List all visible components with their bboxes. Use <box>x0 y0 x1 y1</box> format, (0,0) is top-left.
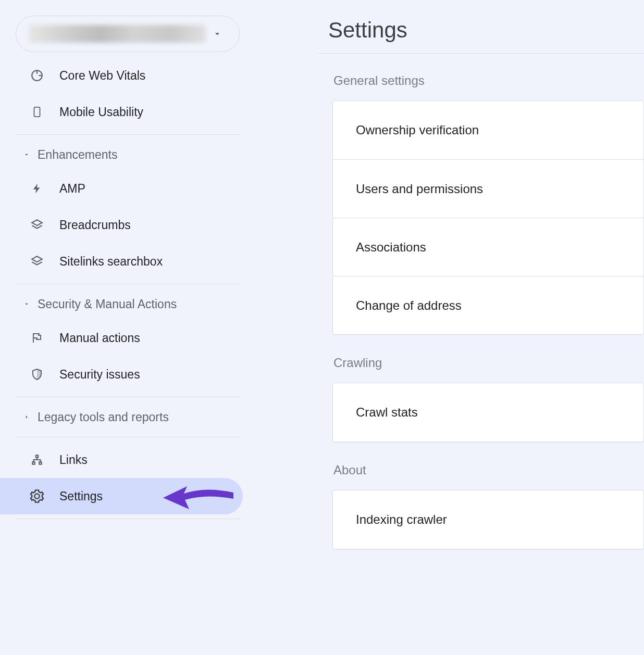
section-legacy[interactable]: Legacy tools and reports <box>0 401 255 433</box>
phone-icon <box>29 105 45 119</box>
row-indexing-crawler[interactable]: Indexing crawler <box>333 490 643 549</box>
nav-manual-actions[interactable]: Manual actions <box>0 320 255 356</box>
page-title: Settings <box>328 18 644 43</box>
section-label: Legacy tools and reports <box>38 410 169 424</box>
shield-icon <box>29 368 45 381</box>
nav-settings[interactable]: Settings <box>0 478 243 514</box>
section-label-crawling: Crawling <box>332 356 644 370</box>
nav-label: Mobile Usability <box>59 105 143 119</box>
chevron-down-icon <box>22 300 31 308</box>
about-card: Indexing crawler <box>332 490 644 549</box>
gear-icon <box>29 489 45 503</box>
chevron-right-icon <box>22 413 31 421</box>
nav-label: AMP <box>59 182 85 196</box>
bolt-icon <box>29 182 45 195</box>
property-name-blurred <box>29 25 206 43</box>
arrow-annotation <box>163 481 233 512</box>
nav-breadcrumbs[interactable]: Breadcrumbs <box>0 207 255 243</box>
nav-amp[interactable]: AMP <box>0 170 255 207</box>
section-label: Enhancements <box>38 148 117 162</box>
general-settings-card: Ownership verification Users and permiss… <box>332 100 644 335</box>
nav-label: Breadcrumbs <box>59 218 131 232</box>
main-content: Settings General settings Ownership veri… <box>255 0 644 655</box>
nav-label: Settings <box>59 489 103 503</box>
gauge-icon <box>29 69 45 82</box>
nav-label: Security issues <box>59 368 140 382</box>
row-label: Users and permissions <box>356 182 483 196</box>
row-label: Associations <box>356 240 426 255</box>
row-crawl-stats[interactable]: Crawl stats <box>333 383 643 442</box>
layers-icon <box>29 255 45 268</box>
nav-label: Manual actions <box>59 331 140 345</box>
chevron-down-icon <box>212 29 222 39</box>
row-associations[interactable]: Associations <box>333 218 643 276</box>
section-label: Security & Manual Actions <box>38 297 177 311</box>
crawling-card: Crawl stats <box>332 383 644 442</box>
divider <box>16 519 240 519</box>
section-label-about: About <box>332 463 644 477</box>
nav-mobile-usability[interactable]: Mobile Usability <box>0 94 255 130</box>
nav-label: Core Web Vitals <box>59 69 145 83</box>
row-users-permissions[interactable]: Users and permissions <box>333 159 643 218</box>
row-change-address[interactable]: Change of address <box>333 276 643 334</box>
divider <box>16 397 240 397</box>
row-label: Ownership verification <box>356 123 479 137</box>
row-label: Indexing crawler <box>356 512 447 527</box>
section-enhancements[interactable]: Enhancements <box>0 139 255 170</box>
nav-label: Links <box>59 453 88 467</box>
nav-security-issues[interactable]: Security issues <box>0 356 255 393</box>
flag-icon <box>29 332 45 344</box>
row-ownership-verification[interactable]: Ownership verification <box>333 101 643 159</box>
nav-links[interactable]: Links <box>0 442 255 478</box>
section-label-general: General settings <box>332 73 644 88</box>
row-label: Crawl stats <box>356 405 418 420</box>
section-security[interactable]: Security & Manual Actions <box>0 288 255 320</box>
divider <box>16 437 240 437</box>
sitemap-icon <box>29 453 45 467</box>
layers-icon <box>29 218 45 232</box>
nav-label: Sitelinks searchbox <box>59 255 163 269</box>
divider <box>318 53 644 54</box>
row-label: Change of address <box>356 298 462 313</box>
nav-sitelinks-searchbox[interactable]: Sitelinks searchbox <box>0 243 255 280</box>
chevron-down-icon <box>22 151 31 158</box>
sidebar: Core Web Vitals Mobile Usability Enhance… <box>0 0 255 655</box>
property-selector[interactable] <box>16 16 240 52</box>
svg-rect-0 <box>34 107 40 117</box>
divider <box>16 284 240 284</box>
nav-core-web-vitals[interactable]: Core Web Vitals <box>0 57 255 94</box>
divider <box>16 134 240 135</box>
